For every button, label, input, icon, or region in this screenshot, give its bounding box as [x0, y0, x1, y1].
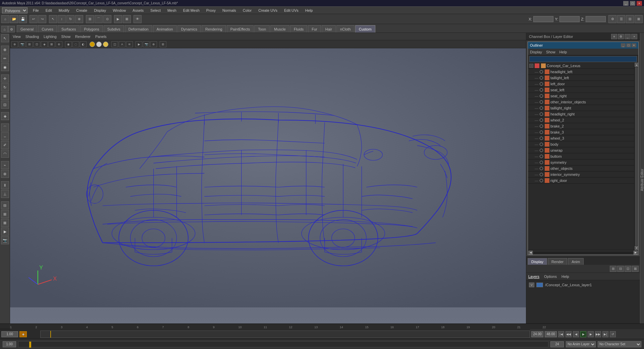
tool-soft-select[interactable]: ◉ — [1, 63, 9, 71]
tab-custom[interactable]: Custom — [355, 25, 375, 33]
toolbar-tool-settings[interactable]: ⊠ — [635, 15, 643, 23]
current-time-input[interactable] — [1, 331, 18, 337]
anim-start-input[interactable] — [3, 341, 16, 347]
toolbar-render-settings[interactable]: ⚙ — [608, 15, 616, 23]
shelf-settings[interactable]: ⚙ — [8, 26, 15, 33]
vp-tb-smooth-shade[interactable]: ◈ — [41, 41, 48, 47]
channel-box-settings[interactable]: ⚙ — [618, 34, 624, 39]
tab-polygons[interactable]: Polygons — [80, 25, 103, 33]
toolbar-rotate[interactable]: ↻ — [66, 15, 74, 23]
animation-playbar[interactable] — [40, 331, 530, 338]
tree-item-symmetry[interactable]: — symmetry — [528, 159, 634, 165]
toolbar-render[interactable]: ▶ — [114, 15, 122, 23]
toolbar-snap-curve[interactable]: ⌒ — [95, 15, 103, 23]
menu-modify[interactable]: Modify — [57, 8, 71, 13]
menu-normals[interactable]: Normals — [221, 8, 237, 13]
vp-menu-shading[interactable]: Shading — [25, 35, 39, 39]
vp-tb-camera[interactable]: 📷 — [19, 41, 25, 47]
tool-layers[interactable]: ⊟ — [1, 201, 9, 209]
menu-create[interactable]: Create — [75, 8, 89, 13]
scroll-thumb[interactable] — [635, 67, 638, 245]
toolbar-home[interactable]: ⌂ — [1, 15, 9, 23]
vp-light-selected[interactable] — [103, 42, 108, 47]
menu-edit-mesh[interactable]: Edit Mesh — [182, 8, 201, 13]
sub-tab-help[interactable]: Help — [561, 275, 569, 279]
vp-menu-lighting[interactable]: Lighting — [44, 35, 57, 39]
tool-pencil[interactable]: ✐ — [1, 141, 9, 149]
tab-muscle[interactable]: Muscle — [270, 25, 289, 33]
toolbar-channel-box[interactable]: ☰ — [617, 15, 625, 23]
tab-toon[interactable]: Toon — [254, 25, 270, 33]
tab-display[interactable]: Display — [528, 258, 547, 265]
menu-help[interactable]: Help — [304, 8, 314, 13]
vp-tb-aa[interactable]: A — [119, 41, 125, 47]
tab-fur[interactable]: Fur — [308, 25, 321, 33]
shelf-home[interactable]: ⌂ — [1, 26, 8, 33]
tab-painteffects[interactable]: PaintEffects — [227, 25, 254, 33]
scroll-right-btn[interactable]: ▶ — [634, 251, 638, 255]
outliner-restore[interactable]: □ — [626, 43, 631, 47]
toolbar-redo[interactable]: ↪ — [38, 15, 46, 23]
prev-key-button[interactable]: ◀ — [573, 331, 579, 337]
vp-tb-snapshot[interactable]: 📷 — [143, 41, 150, 47]
tool-universal[interactable]: ⊡ — [1, 101, 9, 109]
toolbar-show-hide[interactable]: 👁 — [133, 15, 142, 23]
jump-start-button[interactable]: |◀ — [558, 331, 564, 337]
tool-measure[interactable]: ⊥ — [1, 190, 9, 198]
tree-item-right-door[interactable]: — right_door — [528, 178, 634, 184]
tree-item-interior-symmetry[interactable]: — interior_symmetry — [528, 171, 634, 178]
tab-curves[interactable]: Curves — [38, 25, 57, 33]
maximize-button[interactable]: □ — [630, 1, 635, 6]
tree-item-seat-right[interactable]: — seat_right — [528, 93, 634, 99]
scroll-up-btn[interactable]: ▲ — [635, 63, 639, 67]
layer-color-swatch[interactable] — [536, 283, 543, 287]
toolbar-select[interactable]: ↖ — [49, 15, 57, 23]
anim-end-input[interactable] — [550, 341, 564, 347]
tab-deformation[interactable]: Deformation — [125, 25, 152, 33]
tree-item-taillight-left[interactable]: — taillight_left — [528, 75, 634, 81]
tree-item-wheel-3[interactable]: — wheel_3 — [528, 135, 634, 141]
vp-tb-xray[interactable]: ◌ — [72, 41, 79, 47]
outliner-menu-show[interactable]: Show — [546, 50, 555, 54]
jump-end-button[interactable]: ▶| — [602, 331, 608, 337]
tree-item-root[interactable]: - Concept_Car_Lexus — [528, 63, 634, 69]
char-set-select[interactable]: No Character Set — [598, 341, 641, 347]
next-key-button[interactable]: ▶ — [588, 331, 594, 337]
toolbar-open[interactable]: 📂 — [10, 15, 18, 23]
tree-item-headlight-right[interactable]: — headlight_right — [528, 111, 634, 117]
tool-sculpt[interactable]: ⌁ — [1, 161, 9, 169]
tool-arc[interactable]: ◠ — [1, 150, 9, 158]
minimize-button[interactable]: _ — [623, 1, 629, 6]
tree-item-buttom[interactable]: — buttom — [528, 153, 634, 159]
tree-item-brake-3[interactable]: — brake_3 — [528, 129, 634, 135]
tool-select[interactable]: ↖ — [1, 34, 9, 42]
menu-select[interactable]: Select — [149, 8, 162, 13]
outliner-scrollbar-h[interactable]: ◀ ▶ — [528, 250, 638, 255]
scroll-down-btn[interactable]: ▼ — [635, 246, 639, 250]
start-frame-input[interactable] — [531, 331, 543, 337]
outliner-minimize[interactable]: _ — [621, 43, 626, 47]
toolbar-snap-grid[interactable]: ⊞ — [86, 15, 94, 23]
menu-edit-uvs[interactable]: Edit UVs — [283, 8, 300, 13]
layer-tb-btn1[interactable]: ⊞ — [610, 266, 616, 272]
tree-item-wheel-2[interactable]: — wheel_2 — [528, 117, 634, 123]
toolbar-save[interactable]: 💾 — [19, 15, 27, 23]
tool-anno[interactable]: Ⅱ — [1, 181, 9, 189]
menu-color[interactable]: Color — [241, 8, 253, 13]
vp-tb-hud[interactable]: ◫ — [111, 41, 118, 47]
tree-item-other-objects[interactable]: — other_objects — [528, 165, 634, 171]
key-set-button[interactable]: ◆ — [19, 331, 27, 337]
tree-item-taillight-right[interactable]: — taillight_right — [528, 105, 634, 111]
tab-dynamics[interactable]: Dynamics — [177, 25, 201, 33]
vp-tb-render-button[interactable]: ▶ — [136, 41, 142, 47]
tool-scale[interactable]: ⊞ — [1, 92, 9, 100]
tool-render[interactable]: ▶ — [1, 228, 9, 236]
tool-show-manip[interactable]: ◈ — [1, 112, 9, 120]
vp-menu-view[interactable]: View — [13, 35, 21, 39]
toolbar-undo[interactable]: ↩ — [30, 15, 38, 23]
z-input[interactable] — [586, 16, 606, 22]
menu-edit[interactable]: Edit — [44, 8, 53, 13]
vp-menu-renderer[interactable]: Renderer — [75, 35, 91, 39]
tab-ncloth[interactable]: nCloth — [336, 25, 355, 33]
tree-item-unwrap[interactable]: — unwrap — [528, 147, 634, 153]
